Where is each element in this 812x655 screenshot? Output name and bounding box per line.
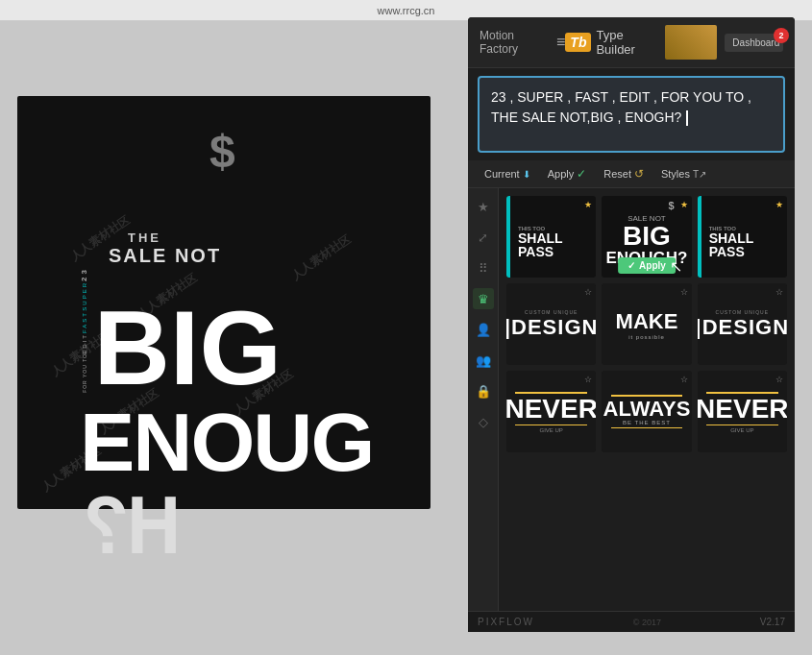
side-text-edit: EDIT — [82, 333, 87, 354]
thumb-3-pass: PASS — [709, 245, 754, 258]
motion-factory-label: Motion Factory — [480, 29, 549, 56]
grid-item-7[interactable]: ☆ NEVER GIVE UP — [506, 371, 596, 452]
main-panel: Motion Factory ≡ Tb Type Builder Dashboa… — [468, 17, 795, 632]
dashboard-button[interactable]: Dashboard 2 — [725, 34, 783, 52]
grid-item-3[interactable]: ★ THIS TOO SHALL PASS — [698, 196, 787, 278]
cyan-bar-1 — [506, 196, 510, 278]
thumb-5-sub: it possible — [628, 334, 665, 340]
side-text-for: FOR YOU TO — [82, 353, 87, 393]
star-7[interactable]: ☆ — [584, 375, 592, 384]
thumb-1-content: THIS TOO SHALL PASS — [518, 216, 563, 258]
apply-overlay[interactable]: ✓ Apply — [618, 257, 676, 274]
download-icon: ⬇ — [523, 169, 530, 180]
nav-expand[interactable]: ⤢ — [473, 227, 494, 248]
always-line-bot — [611, 427, 683, 429]
nav-lock[interactable]: 🔒 — [473, 380, 494, 401]
star-1[interactable]: ★ — [584, 200, 592, 209]
text-content: 23 , SUPER , FAST , EDIT , FOR YOU TO , … — [491, 87, 772, 128]
thumb-1-shall: SHALL — [518, 231, 563, 245]
side-text-fast: FAST — [82, 311, 87, 333]
side-labels: 23 SUPER FAST EDIT FOR YOU TO — [80, 267, 89, 393]
panel-footer: PIXFLOW © 2017 V2.17 — [468, 611, 795, 632]
thumb-8-best: be the best — [623, 420, 671, 425]
star-3[interactable]: ★ — [775, 200, 783, 209]
grid-item-2[interactable]: ★ $ SALE NOT BIG ENOUGH? ✓ Apply ↖ — [602, 196, 691, 278]
reset-icon: ↺ — [634, 167, 644, 181]
h-text: H? — [86, 483, 182, 566]
sale-not-text: SALE NOT — [109, 245, 431, 267]
enough-text: ENOUGH? — [80, 400, 431, 566]
thumb-4-design: |DESIGN — [506, 315, 596, 340]
star-8[interactable]: ☆ — [680, 375, 688, 384]
side-nav: ★ ⤢ ⠿ ♛ 👤 👥 🔒 ◇ — [468, 188, 499, 611]
styles-grid: ★ THIS TOO SHALL PASS ★ $ SALE NOT BIG E… — [506, 196, 787, 452]
type-builder-area: Tb Type Builder — [565, 28, 656, 57]
canvas-preview: 人人素材社区 人人素材社区 人人素材社区 人人素材社区 人人素材社区 人人素材社… — [17, 96, 431, 509]
text-cursor — [686, 110, 688, 126]
type-builder-label: Type Builder — [596, 28, 656, 57]
panel-header: Motion Factory ≡ Tb Type Builder Dashboa… — [468, 17, 795, 68]
star-2[interactable]: ★ — [680, 200, 688, 209]
nav-person[interactable]: 👤 — [473, 319, 494, 340]
grid-item-6[interactable]: ☆ CUSTOM UNIQUE |DESIGN — [698, 283, 787, 365]
content-area: ★ ⤢ ⠿ ♛ 👤 👥 🔒 ◇ ★ THIS TOO SHALL PASS — [468, 188, 795, 611]
cyan-bar-3 — [698, 196, 701, 278]
panel-title-area: Motion Factory ≡ — [480, 29, 565, 56]
nav-diamond[interactable]: ◇ — [473, 411, 494, 432]
thumb-5-make: MAKE — [616, 309, 678, 334]
url-text: www.rrcg.cn — [378, 5, 435, 16]
canvas-typography: THE SALE NOT 23 SUPER FAST EDIT FOR YOU … — [80, 230, 431, 566]
thumb-3-shall: SHALL — [709, 231, 754, 245]
star-5[interactable]: ☆ — [680, 287, 688, 297]
thumb-7-giveup: GIVE UP — [539, 427, 562, 433]
nav-people[interactable]: 👥 — [473, 350, 494, 371]
thumb-2-big: BIG — [623, 223, 671, 250]
thumb-8-always: ALWAYS — [603, 399, 691, 420]
nav-star[interactable]: ★ — [473, 196, 494, 217]
footer-copy: © 2017 — [633, 618, 661, 627]
star-9[interactable]: ☆ — [775, 375, 783, 384]
dashboard-label: Dashboard — [732, 37, 779, 48]
grid-item-5[interactable]: ☆ MAKE it possible — [602, 283, 691, 365]
thumb-9-never: NEVER — [698, 396, 787, 423]
thumb-1-pass: PASS — [518, 245, 563, 258]
side-text-23: 23 — [80, 267, 89, 281]
reset-label: Reset — [603, 168, 631, 180]
side-text-super: SUPER — [82, 281, 87, 311]
footer-brand: PIXFLOW — [478, 617, 534, 627]
reset-button[interactable]: Reset ↺ — [597, 164, 651, 183]
grid-item-8[interactable]: ☆ ALWAYS be the best — [602, 371, 691, 452]
thumb-7-never: NEVER — [506, 396, 596, 423]
current-label: Current — [484, 168, 520, 180]
footer-version: V2.17 — [760, 617, 785, 627]
hamburger-icon[interactable]: ≡ — [556, 34, 565, 51]
check-icon: ✓ — [577, 167, 586, 181]
apply-check-icon: ✓ — [627, 260, 635, 271]
current-button[interactable]: Current ⬇ — [478, 165, 537, 182]
grid-area: ★ THIS TOO SHALL PASS ★ $ SALE NOT BIG E… — [499, 188, 795, 611]
styles-icon: T↗ — [693, 169, 706, 180]
apply-overlay-label: Apply — [639, 260, 666, 271]
nav-dots[interactable]: ⠿ — [473, 257, 494, 279]
apply-label: Apply — [548, 168, 575, 180]
grid-item-1[interactable]: ★ THIS TOO SHALL PASS — [506, 196, 596, 278]
the-text: THE — [128, 230, 431, 245]
big-text: BIG — [93, 295, 282, 400]
styles-label: Styles — [661, 168, 690, 180]
styles-button[interactable]: Styles T↗ — [654, 165, 713, 182]
nav-crown[interactable]: ♛ — [473, 288, 494, 309]
grid-item-9[interactable]: ☆ NEVER GIVE UP — [698, 371, 787, 452]
cursor-icon: ↖ — [670, 257, 682, 276]
star-4[interactable]: ☆ — [584, 287, 592, 297]
thumbnail-preview — [665, 25, 718, 60]
logo-tb: Tb — [565, 33, 591, 52]
notification-badge: 2 — [774, 28, 789, 43]
apply-button[interactable]: Apply ✓ — [541, 164, 594, 183]
big-row: 23 SUPER FAST EDIT FOR YOU TO BIG — [80, 267, 431, 400]
thumb-3-content: THIS TOO SHALL PASS — [709, 216, 754, 258]
never-line-bot-9 — [706, 425, 778, 426]
thumb-2-s: $ — [669, 200, 675, 211]
text-input-area[interactable]: 23 , SUPER , FAST , EDIT , FOR YOU TO , … — [478, 76, 785, 153]
star-6[interactable]: ☆ — [775, 287, 783, 297]
grid-item-4[interactable]: ☆ CUSTOM UNIQUE |DESIGN — [506, 283, 596, 365]
